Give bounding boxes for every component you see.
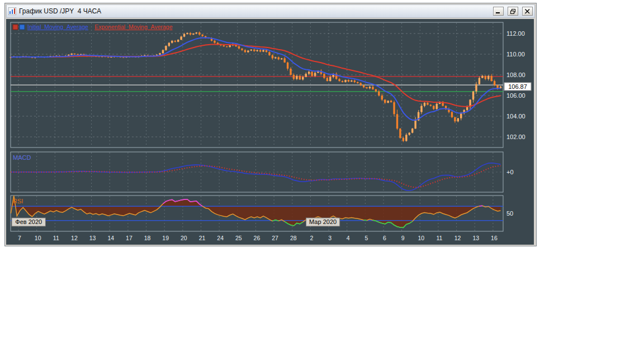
- chart-canvas[interactable]: 112.00110.00108.00106.00104.00102.00Init…: [6, 19, 534, 245]
- window-titlebar[interactable]: График USD /JPY 4 ЧАСА: [6, 4, 535, 18]
- svg-text:104.00: 104.00: [506, 113, 525, 120]
- svg-text:14: 14: [107, 235, 114, 241]
- svg-text:10: 10: [35, 235, 41, 241]
- restore-icon: [510, 9, 515, 14]
- minimize-button[interactable]: [493, 7, 504, 16]
- close-icon: [525, 9, 530, 14]
- svg-text:7: 7: [18, 235, 21, 241]
- minimize-icon: [496, 9, 501, 14]
- svg-text:16: 16: [491, 235, 498, 241]
- svg-text:2: 2: [310, 235, 313, 241]
- window-title: График USD /JPY 4 ЧАСА: [19, 7, 101, 15]
- chart-area[interactable]: 112.00110.00108.00106.00104.00102.00Init…: [6, 19, 534, 245]
- svg-text:12: 12: [454, 235, 461, 241]
- svg-text:21: 21: [199, 235, 206, 241]
- svg-text:25: 25: [235, 235, 242, 241]
- svg-text:RSI: RSI: [13, 198, 23, 204]
- month-badge: Мар 2020: [309, 218, 337, 225]
- svg-text:26: 26: [254, 235, 261, 241]
- svg-text:3: 3: [328, 235, 332, 241]
- svg-text:11: 11: [436, 235, 442, 241]
- svg-text:27: 27: [272, 235, 278, 241]
- svg-text:5: 5: [364, 235, 368, 241]
- svg-text:+0: +0: [506, 169, 514, 175]
- svg-text:4: 4: [347, 235, 350, 241]
- svg-text:9: 9: [401, 235, 405, 241]
- svg-text:17: 17: [126, 235, 132, 241]
- svg-text:13: 13: [89, 235, 96, 241]
- svg-text:18: 18: [144, 235, 151, 241]
- svg-text:20: 20: [181, 235, 187, 241]
- svg-text:MACD: MACD: [13, 154, 31, 161]
- svg-text:108.00: 108.00: [506, 72, 525, 78]
- svg-text:Initial_Moving_Average: Initial_Moving_Average: [27, 23, 88, 30]
- maximize-button[interactable]: [508, 7, 518, 16]
- svg-text:Exponential_Moving_Average: Exponential_Moving_Average: [94, 23, 172, 30]
- svg-text:24: 24: [217, 235, 224, 241]
- svg-text:110.00: 110.00: [506, 51, 525, 58]
- svg-text:102.00: 102.00: [506, 134, 525, 140]
- svg-text:13: 13: [472, 235, 479, 241]
- chart-window: График USD /JPY 4 ЧАСА 112.00110.00108.0…: [4, 3, 537, 246]
- month-badge: Фев 2020: [15, 218, 42, 225]
- svg-text:12: 12: [71, 235, 78, 241]
- svg-text:10: 10: [418, 235, 424, 241]
- svg-text:11: 11: [53, 235, 59, 241]
- svg-text:19: 19: [162, 235, 169, 241]
- svg-text:28: 28: [290, 235, 297, 241]
- svg-text:6: 6: [383, 235, 386, 241]
- desktop: График USD /JPY 4 ЧАСА 112.00110.00108.0…: [0, 0, 644, 362]
- svg-text:106.00: 106.00: [506, 92, 525, 99]
- svg-text:106.87: 106.87: [508, 83, 527, 90]
- svg-text:112.00: 112.00: [506, 30, 525, 37]
- chart-app-icon: [8, 7, 16, 15]
- svg-text:50: 50: [506, 210, 513, 217]
- close-button[interactable]: [522, 7, 533, 16]
